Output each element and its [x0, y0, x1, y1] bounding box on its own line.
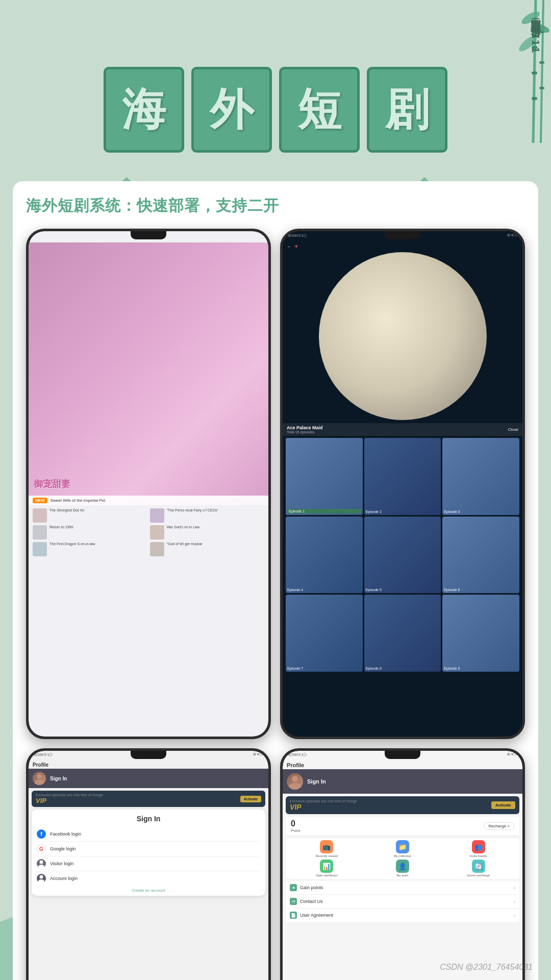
phone2-moon [319, 252, 487, 420]
phone3-visitor-label: Visitor login [50, 861, 73, 866]
phone4-vip-bar: Exclusive episodes are now free of charg… [286, 796, 519, 814]
phone4-screen: 有SIM卡1◎⊞ ▾□□ Profile Sign In [283, 751, 522, 980]
phone3-screen: 有SIM卡1◎⊞ ▾□□ Profile Sign In [29, 751, 268, 980]
title-boxes: 海 外 短 剧 [104, 67, 447, 153]
episode-1[interactable]: Episode 1 [286, 438, 363, 515]
phone1-drama-title: Sweet Wife of the Imperial Pet [51, 498, 106, 503]
phone4-team-icon: 👤 [396, 860, 409, 873]
phone4-icons-grid: 📺 Recently viewed 📁 My collection 👥 Invi… [286, 838, 519, 879]
svg-point-17 [40, 861, 43, 864]
episode-7-label: Episode 7 [287, 667, 361, 670]
phone4-my-collection[interactable]: 📁 My collection [366, 840, 440, 857]
phone4-invite-friends[interactable]: 👥 Invite friends [441, 840, 515, 857]
phone3-account-label: Account login [50, 876, 78, 881]
phone4-contact-us[interactable]: ✉ Contact Us › [286, 895, 519, 909]
phone4-agreement-label: User Agreement [300, 913, 333, 918]
episode-4-label: Episode 4 [287, 588, 361, 592]
phone4-collection-icon: 📁 [396, 840, 409, 853]
phone4-gain-points-label: Gain points [300, 885, 323, 890]
phone3-google-login[interactable]: G Google login [37, 842, 260, 856]
phone2-close[interactable]: Close [508, 427, 518, 432]
episode-8[interactable]: Episode 8 [364, 595, 441, 672]
phone4-contact-chevron: › [514, 899, 515, 904]
phone2-mockup: 有SIM卡1◎⊞ ▾□□ ← ♥ Ace Palace Maid Total 1… [280, 229, 525, 739]
phone3-create-account[interactable]: Create an account [37, 888, 260, 893]
phone4-agreement-chevron: › [514, 913, 515, 918]
phone3-google-label: Google login [50, 846, 76, 851]
episode-6[interactable]: Episode 6 [442, 517, 519, 594]
phone4-secret-icon: 🔄 [472, 860, 485, 873]
episode-1-label: Episode 1 [287, 509, 361, 513]
phone4-profile-header: Sign In [283, 769, 522, 794]
episode-6-label: Episode 6 [444, 588, 518, 592]
phone3-profile-header: Sign In [29, 769, 268, 788]
phone1-notch [131, 231, 166, 239]
phone4-recently-viewed[interactable]: 📺 Recently viewed [290, 840, 364, 857]
title-box-4: 剧 [367, 67, 447, 153]
phone1-new-badge: NEW [33, 498, 47, 503]
phone4-invite-label: Invite friends [470, 854, 487, 857]
episode-2[interactable]: Episode 2 [364, 438, 441, 515]
phone3-account-login[interactable]: Account login [37, 871, 260, 886]
phone2-episodes-grid: Episode 1 Episode 2 Episode 3 Episode 4 … [283, 436, 522, 674]
title-char-2: 外 [210, 80, 254, 140]
phone3-activate-btn[interactable]: Activate [240, 796, 261, 802]
phone4-distributor-label: Open distributor [316, 874, 338, 877]
phone2-total-episodes: Total 16 episodes [287, 430, 323, 434]
phone4-vip-desc: Exclusive episodes are now free of charg… [290, 799, 357, 803]
phone4-signin-label: Sign In [307, 778, 326, 785]
svg-point-21 [292, 776, 298, 782]
episode-7[interactable]: Episode 7 [286, 595, 363, 672]
svg-point-20 [38, 879, 44, 883]
phone1-mockup: 御宠甜妻 NEW Sweet Wife of the Imperial Pet … [26, 229, 271, 739]
phone1-hero: 御宠甜妻 NEW Sweet Wife of the Imperial Pet [29, 242, 268, 505]
episode-8-label: Episode 8 [366, 667, 440, 670]
phone2-screen: 有SIM卡1◎⊞ ▾□□ ← ♥ Ace Palace Maid Total 1… [283, 231, 522, 737]
title-char-4: 剧 [385, 80, 429, 140]
phone3-google-icon: G [37, 844, 46, 853]
episode-9[interactable]: Episode 9 [442, 595, 519, 672]
phone4-agreement-icon: 📄 [290, 912, 297, 919]
phone4-my-team[interactable]: 👤 My team [366, 860, 440, 877]
phone4-user-agreement[interactable]: 📄 User Agreement › [286, 909, 519, 922]
top-section: 海 外 短 剧 [0, 20, 551, 184]
svg-point-19 [40, 875, 43, 879]
phone3-vip-desc: Exclusive episodes are now free of charg… [36, 793, 103, 797]
episode-2-label: Episode 2 [366, 510, 440, 513]
phone4-distributor-icon: 📊 [320, 860, 333, 873]
episode-3[interactable]: Episode 3 [442, 438, 519, 515]
phone1-drama-text: 御宠甜妻 [34, 478, 263, 490]
title-box-2: 外 [191, 67, 272, 153]
phone4-recently-icon: 📺 [320, 840, 333, 853]
phone3-facebook-label: Facebook login [50, 831, 81, 837]
phone4-points-row: 0 Point Recharge > [286, 817, 519, 836]
phone4-secret-exchange[interactable]: 🔄 Secret exchange [441, 860, 515, 877]
phone3-visitor-login[interactable]: Visitor login [37, 856, 260, 871]
right-vertical-text: 云圈系公众平台：111 [529, 10, 543, 54]
phone3-notch [131, 751, 166, 759]
phone4-recently-label: Recently viewed [315, 854, 338, 857]
phone3-mockup: 有SIM卡1◎⊞ ▾□□ Profile Sign In [26, 748, 271, 980]
phone4-secret-label: Secret exchange [467, 874, 490, 877]
phone3-facebook-login[interactable]: f Facebook login [37, 827, 260, 842]
watermark: CSDN @2301_76454031 [440, 963, 533, 972]
phones-grid: 御宠甜妻 NEW Sweet Wife of the Imperial Pet … [26, 229, 525, 980]
episode-4[interactable]: Episode 4 [286, 517, 363, 594]
phone4-gain-points-chevron: › [514, 885, 515, 891]
phone2-drama-name: Ace Palace Maid [287, 425, 323, 430]
phone4-activate-btn[interactable]: Activate [491, 801, 515, 809]
subtitle: 海外短剧系统：快速部署，支持二开 [26, 195, 525, 216]
title-box-1: 海 [104, 67, 184, 153]
episode-5[interactable]: Episode 5 [364, 517, 441, 594]
phone4-gain-points[interactable]: ★ Gain points › [286, 881, 519, 895]
phone3-account-icon [37, 874, 46, 883]
phone3-vip-label: VIP [36, 797, 103, 804]
phone4-collection-label: My collection [394, 854, 412, 857]
phone4-gain-points-icon: ★ [290, 884, 297, 891]
phone1-screen: 御宠甜妻 NEW Sweet Wife of the Imperial Pet … [29, 231, 268, 737]
phone4-invite-icon: 👥 [472, 840, 485, 853]
phone4-recharge-btn[interactable]: Recharge > [484, 822, 514, 830]
title-char-1: 海 [122, 80, 166, 140]
phone4-vip-label: VIP [290, 803, 357, 811]
phone4-open-distributor[interactable]: 📊 Open distributor [290, 860, 364, 877]
